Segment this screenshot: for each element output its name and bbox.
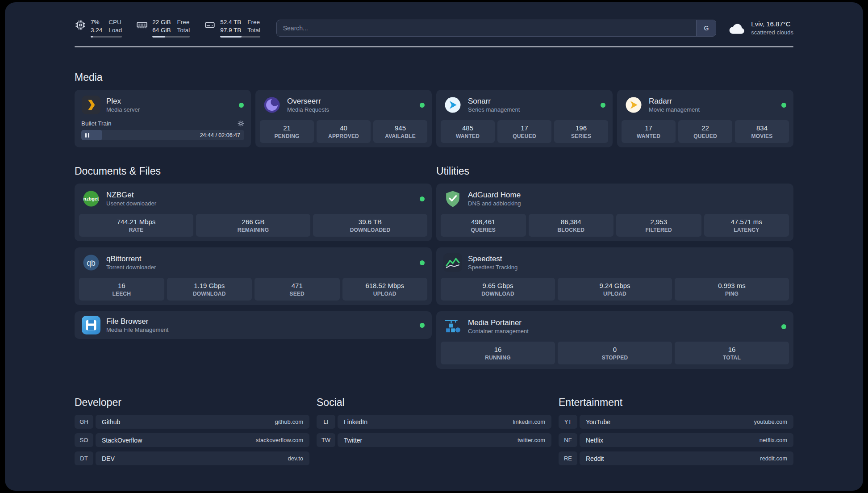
stat-tile: 618.52 MbpsUPLOAD xyxy=(342,278,428,301)
bookmark-name: LinkedIn xyxy=(344,418,367,426)
service-name: Plex xyxy=(106,96,140,106)
service-card-overseerr[interactable]: Overseerr Media Requests 21PENDING 40APP… xyxy=(255,90,432,147)
stat-tile: 266 GBREMAINING xyxy=(196,214,310,237)
bookmark-name: DEV xyxy=(102,455,115,462)
topbar-divider xyxy=(75,46,793,47)
service-name: Speedtest xyxy=(468,254,517,264)
bookmark-dev[interactable]: DT DEV dev.to xyxy=(75,451,309,465)
search-bar: G xyxy=(276,20,717,37)
stat-tile: 17QUEUED xyxy=(497,120,551,143)
media-grid: Plex Media server Bullet Train xyxy=(75,90,793,147)
bookmark-youtube[interactable]: YT YouTube youtube.com xyxy=(559,415,793,429)
service-desc: Movie management xyxy=(649,106,700,114)
service-name: Sonarr xyxy=(468,96,520,106)
radarr-icon xyxy=(624,96,643,114)
weather-condition: scattered clouds xyxy=(751,29,793,37)
stat-tile: 22QUEUED xyxy=(678,120,732,143)
cpu-usage-value: 7% xyxy=(91,18,102,26)
memory-widget: 22 GiB 64 GiB Free Total xyxy=(136,18,190,38)
status-badge xyxy=(781,103,786,108)
memory-total-label: Total xyxy=(177,26,190,34)
service-card-sonarr[interactable]: Sonarr Series management 485WANTED 17QUE… xyxy=(436,90,613,147)
cpu-load-value: 3.24 xyxy=(91,26,102,34)
portainer-icon xyxy=(443,317,462,336)
memory-total-value: 64 GiB xyxy=(152,26,171,34)
service-name: File Browser xyxy=(106,317,168,326)
bookmark-url: dev.to xyxy=(288,455,303,462)
bookmark-name: Twitter xyxy=(344,437,362,444)
status-badge xyxy=(781,324,786,329)
disk-progress-bar xyxy=(220,36,260,38)
section-title-entertainment: Entertainment xyxy=(559,397,793,409)
bookmark-abbr: DT xyxy=(75,451,93,465)
service-desc: Media Requests xyxy=(287,106,329,114)
bookmark-url: netflix.com xyxy=(760,437,787,443)
bookmark-url: youtube.com xyxy=(754,418,787,425)
service-card-radarr[interactable]: Radarr Movie management 17WANTED 22QUEUE… xyxy=(617,90,793,147)
bookmark-netflix[interactable]: NF Netflix netflix.com xyxy=(559,433,793,447)
search-provider-button[interactable]: G xyxy=(696,20,716,36)
bookmark-name: StackOverflow xyxy=(102,437,142,444)
service-card-nzbget[interactable]: nzbget NZBGet Usenet downloader 744.21 M… xyxy=(75,184,432,241)
status-badge xyxy=(420,103,425,108)
disk-free-value: 52.4 TB xyxy=(220,18,241,26)
stat-tile: 744.21 MbpsRATE xyxy=(79,214,193,237)
pause-icon xyxy=(85,133,89,138)
stat-tile: 9.24 GbpsUPLOAD xyxy=(558,278,672,301)
service-name: qBittorrent xyxy=(106,254,156,264)
stat-tile: 16TOTAL xyxy=(675,342,789,364)
bookmark-abbr: GH xyxy=(75,415,93,429)
status-badge xyxy=(420,260,425,265)
stat-tile: 17WANTED xyxy=(622,120,676,143)
service-name: Overseerr xyxy=(287,96,329,106)
disk-total-label: Total xyxy=(247,26,260,34)
overseerr-icon xyxy=(263,96,281,114)
stat-tile: 0STOPPED xyxy=(558,342,672,364)
service-card-filebrowser[interactable]: File Browser Media File Management xyxy=(75,311,432,339)
bookmark-reddit[interactable]: RE Reddit reddit.com xyxy=(559,451,793,465)
status-badge xyxy=(601,103,605,108)
stat-tile: 1.19 GbpsDOWNLOAD xyxy=(167,278,252,301)
service-card-qbittorrent[interactable]: qb qBittorrent Torrent downloader 16LEEC… xyxy=(75,247,432,305)
service-name: AdGuard Home xyxy=(468,190,521,200)
bookmark-linkedin[interactable]: LI LinkedIn linkedin.com xyxy=(317,415,551,429)
section-title-utilities: Utilities xyxy=(436,165,793,177)
search-input[interactable] xyxy=(276,20,717,37)
service-desc: Media server xyxy=(106,106,140,114)
service-name: NZBGet xyxy=(106,190,156,200)
stat-tile: 945AVAILABLE xyxy=(373,120,427,143)
memory-free-label: Free xyxy=(177,18,190,26)
status-badge xyxy=(420,196,425,201)
status-badge xyxy=(420,323,425,328)
stat-tile: 39.6 TBDOWNLOADED xyxy=(313,214,427,237)
weather-widget: Lviv, 16.87°C scattered clouds xyxy=(729,20,793,37)
cpu-usage-label: CPU xyxy=(108,18,122,26)
service-desc: DNS and adblocking xyxy=(468,200,521,208)
stat-tile: 498,461QUERIES xyxy=(441,214,526,237)
bookmark-name: Netflix xyxy=(586,437,603,444)
memory-progress-bar xyxy=(152,36,190,38)
gear-icon[interactable] xyxy=(238,120,244,127)
playback-time: 24:44 / 02:06:47 xyxy=(200,132,240,138)
bookmark-abbr: LI xyxy=(317,415,335,429)
bookmark-url: stackoverflow.com xyxy=(256,437,303,443)
service-card-speedtest[interactable]: Speedtest Speedtest Tracking 9.65 GbpsDO… xyxy=(436,247,793,305)
plex-now-playing: Bullet Train 24:44 / 02:06:47 xyxy=(75,120,251,146)
service-card-plex[interactable]: Plex Media server Bullet Train xyxy=(75,90,251,147)
cpu-widget: 7% 3.24 CPU Load xyxy=(75,18,122,38)
filebrowser-icon xyxy=(82,316,100,334)
service-card-adguard[interactable]: AdGuard Home DNS and adblocking 498,461Q… xyxy=(436,184,793,241)
nzbget-icon: nzbget xyxy=(82,189,100,208)
bookmark-stackoverflow[interactable]: SO StackOverflow stackoverflow.com xyxy=(75,433,309,447)
bookmark-url: twitter.com xyxy=(517,437,545,443)
bookmark-url: linkedin.com xyxy=(513,418,545,425)
service-card-portainer[interactable]: Media Portainer Container management 16R… xyxy=(436,311,793,369)
cpu-icon xyxy=(75,19,86,31)
bookmark-github[interactable]: GH Github github.com xyxy=(75,415,309,429)
section-developer: Developer GH Github github.com SO StackO… xyxy=(75,397,309,465)
bookmark-abbr: RE xyxy=(559,451,577,465)
bookmark-twitter[interactable]: TW Twitter twitter.com xyxy=(317,433,551,447)
service-desc: Torrent downloader xyxy=(106,264,156,272)
stat-tile: 2,953FILTERED xyxy=(616,214,701,237)
stat-tile: 196SERIES xyxy=(554,120,608,143)
